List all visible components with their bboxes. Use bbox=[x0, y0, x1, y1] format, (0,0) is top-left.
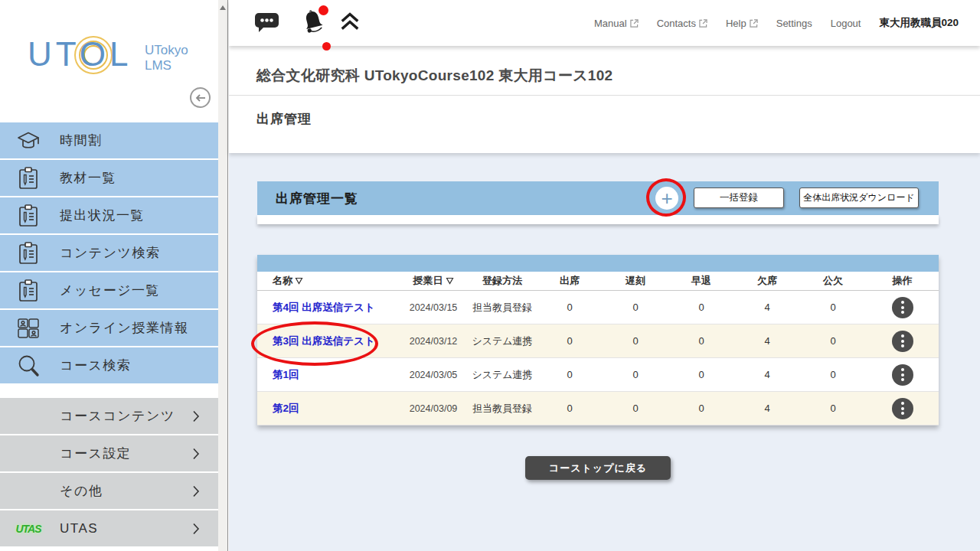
sidebar-section-gap bbox=[0, 385, 218, 398]
attendance-record-link[interactable]: 第1回 bbox=[273, 369, 299, 380]
mortarboard-icon bbox=[13, 129, 44, 152]
column-header-registration-method: 登録方法 bbox=[468, 274, 537, 288]
row-operations-menu-button[interactable] bbox=[892, 364, 913, 386]
early-leave-count: 0 bbox=[668, 369, 734, 380]
sidebar-item-online-class-info[interactable]: オンライン授業情報 bbox=[0, 310, 218, 346]
late-count: 0 bbox=[603, 302, 668, 313]
sidebar-item-label: 教材一覧 bbox=[60, 169, 116, 187]
absent-count: 4 bbox=[734, 302, 800, 313]
attendance-record-link[interactable]: 第2回 bbox=[273, 403, 299, 414]
table-top-bar bbox=[257, 255, 939, 272]
chevron-right-icon bbox=[192, 448, 200, 460]
attendance-panel-strip bbox=[257, 215, 939, 224]
column-header-name[interactable]: 名称 bbox=[257, 274, 399, 288]
present-count: 0 bbox=[537, 302, 603, 313]
external-link-icon bbox=[630, 19, 639, 28]
sidebar-item-course-contents[interactable]: コースコンテンツ bbox=[0, 398, 218, 434]
sidebar-item-others[interactable]: その他 bbox=[0, 473, 218, 509]
sidebar-item-course-search[interactable]: コース検索 bbox=[0, 347, 218, 383]
column-header-early-leave: 早退 bbox=[668, 274, 734, 288]
sidebar-item-utas[interactable]: UTAS UTAS bbox=[0, 510, 218, 546]
row-operations-menu-button[interactable] bbox=[892, 297, 913, 318]
row-operations-menu-button[interactable] bbox=[892, 331, 913, 352]
column-header-class-date[interactable]: 授業日 bbox=[399, 274, 468, 288]
arrow-left-icon bbox=[195, 93, 206, 103]
sidebar-item-label: 時間割 bbox=[60, 132, 103, 149]
manual-link[interactable]: Manual bbox=[594, 18, 639, 29]
attendance-table: 名称 授業日 登録方法 出席 遅刻 早退 欠席 公欠 操作 bbox=[257, 255, 939, 425]
clipboard-icon bbox=[13, 204, 44, 228]
online-class-icon bbox=[13, 317, 44, 340]
sidebar: UTOL UTokyo LMS 時間割 教材一覧 bbox=[0, 0, 218, 551]
excused-count: 0 bbox=[800, 302, 866, 313]
notifications-bell-icon[interactable] bbox=[299, 8, 327, 38]
sidebar-item-label: その他 bbox=[60, 482, 103, 500]
sidebar-item-label: メッセージ一覧 bbox=[60, 282, 160, 299]
early-leave-count: 0 bbox=[668, 335, 734, 347]
table-row: 第3回 出席送信テスト 2024/03/12 システム連携 0 0 0 4 0 bbox=[257, 324, 939, 358]
logo-subtitle-line2: LMS bbox=[145, 58, 188, 73]
registration-method: 担当教員登録 bbox=[468, 301, 537, 315]
page-title: 出席管理 bbox=[256, 110, 312, 128]
present-count: 0 bbox=[537, 335, 603, 347]
bulk-register-button[interactable]: 一括登録 bbox=[694, 187, 784, 208]
early-leave-count: 0 bbox=[668, 403, 734, 414]
excused-count: 0 bbox=[800, 369, 866, 380]
logo-area: UTOL UTokyo LMS bbox=[0, 0, 218, 122]
clipboard-icon bbox=[13, 166, 44, 191]
sort-descending-icon bbox=[446, 277, 454, 285]
clipboard-icon bbox=[13, 241, 44, 266]
add-attendance-button[interactable]: + bbox=[655, 187, 678, 210]
download-attendance-button[interactable]: 全体出席状況ダウンロード bbox=[799, 187, 919, 208]
registration-method: システム連携 bbox=[468, 334, 537, 348]
logo-subtitle-line1: UTokyo bbox=[145, 43, 188, 58]
divider bbox=[229, 95, 980, 96]
back-to-course-top-button[interactable]: コーストップに戻る bbox=[525, 456, 671, 480]
late-count: 0 bbox=[603, 403, 668, 414]
red-dot-annotation bbox=[322, 42, 331, 51]
sidebar-item-submission-status[interactable]: 提出状況一覧 bbox=[0, 197, 218, 233]
class-date: 2024/03/09 bbox=[399, 403, 468, 414]
settings-link[interactable]: Settings bbox=[776, 18, 812, 29]
sidebar-scrollbar[interactable] bbox=[218, 0, 228, 551]
collapse-topbar-icon[interactable] bbox=[339, 11, 361, 34]
scroll-up-arrow[interactable] bbox=[220, 5, 226, 10]
sidebar-item-timetable[interactable]: 時間割 bbox=[0, 122, 218, 158]
clipboard-icon bbox=[13, 279, 44, 303]
attendance-record-link[interactable]: 第3回 出席送信テスト bbox=[273, 335, 375, 347]
attendance-record-link[interactable]: 第4回 出席送信テスト bbox=[273, 302, 375, 313]
sidebar-item-course-settings[interactable]: コース設定 bbox=[0, 435, 218, 471]
row-operations-menu-button[interactable] bbox=[892, 398, 913, 419]
logout-link[interactable]: Logout bbox=[831, 18, 861, 29]
absent-count: 4 bbox=[734, 403, 800, 414]
content-area: 出席管理一覧 + 一括登録 全体出席状況ダウンロード 名称 授業日 bbox=[229, 153, 980, 551]
excused-count: 0 bbox=[800, 403, 866, 414]
main-area: Manual Contacts Help Settings Logout 東大用… bbox=[229, 0, 980, 551]
collapse-sidebar-button[interactable] bbox=[190, 87, 211, 108]
class-date: 2024/03/15 bbox=[399, 302, 468, 313]
column-header-excused: 公欠 bbox=[800, 274, 866, 288]
chevron-right-icon bbox=[192, 485, 200, 497]
topbar-links: Manual Contacts Help Settings Logout 東大用… bbox=[594, 16, 959, 30]
sidebar-item-label: UTAS bbox=[60, 521, 98, 536]
registration-method: システム連携 bbox=[468, 368, 537, 382]
early-leave-count: 0 bbox=[668, 302, 734, 313]
sidebar-item-label: オンライン授業情報 bbox=[60, 319, 189, 337]
help-link[interactable]: Help bbox=[726, 18, 758, 29]
username: 東大用教職員020 bbox=[879, 16, 959, 30]
topbar: Manual Contacts Help Settings Logout 東大用… bbox=[229, 0, 980, 46]
messages-icon[interactable] bbox=[253, 10, 281, 36]
search-icon bbox=[13, 354, 44, 378]
table-row: 第2回 2024/03/09 担当教員登録 0 0 0 4 0 bbox=[257, 392, 939, 425]
chevron-right-icon bbox=[192, 410, 200, 422]
contacts-link[interactable]: Contacts bbox=[657, 18, 707, 29]
absent-count: 4 bbox=[734, 369, 800, 380]
sidebar-item-materials[interactable]: 教材一覧 bbox=[0, 160, 218, 196]
sidebar-item-messages[interactable]: メッセージ一覧 bbox=[0, 272, 218, 308]
sidebar-nav: 時間割 教材一覧 提出状況一覧 コンテンツ検索 bbox=[0, 122, 218, 546]
column-header-operations: 操作 bbox=[866, 274, 939, 288]
sidebar-item-content-search[interactable]: コンテンツ検索 bbox=[0, 235, 218, 271]
notification-badge bbox=[318, 5, 328, 15]
external-link-icon bbox=[750, 19, 758, 28]
class-date: 2024/03/12 bbox=[399, 336, 468, 347]
